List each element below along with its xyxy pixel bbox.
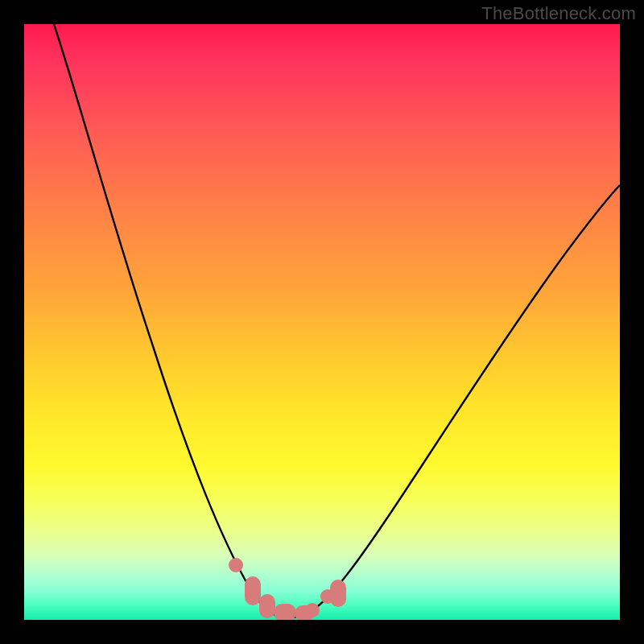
plot-area [24, 24, 620, 620]
marker-pill [274, 604, 296, 620]
marker-pill [330, 580, 346, 607]
marker-pill [259, 594, 275, 618]
chart-frame: TheBottleneck.com [0, 0, 644, 644]
marker-pill [295, 605, 314, 620]
bottleneck-curve [54, 24, 620, 617]
watermark-text: TheBottleneck.com [481, 3, 636, 24]
marker-pill [245, 576, 261, 605]
chart-svg [24, 24, 620, 620]
marker-dot [229, 558, 243, 572]
